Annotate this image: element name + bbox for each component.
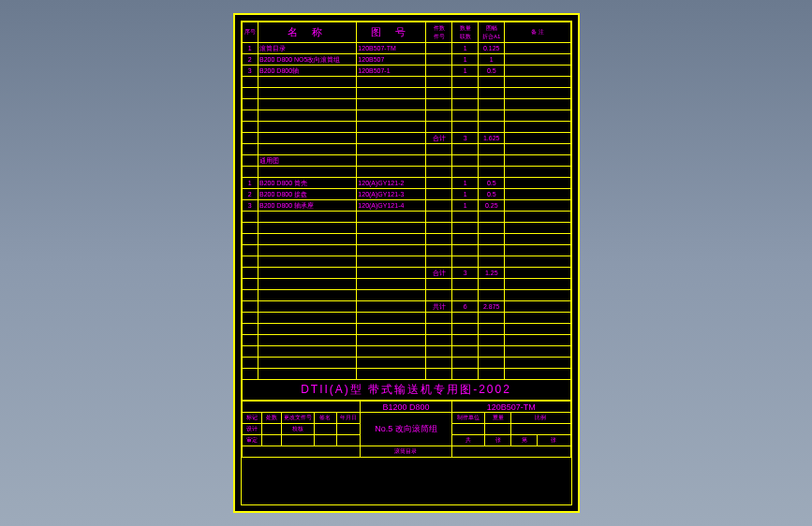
table-row xyxy=(242,77,570,88)
hdr-name: 名 称 xyxy=(258,22,357,43)
table-row xyxy=(242,245,570,256)
table-row xyxy=(242,88,570,99)
table-row: 3B200 D800轴120B507-110.5 xyxy=(242,66,570,77)
model-cell: B1200 D800 xyxy=(360,402,451,413)
table-row xyxy=(242,324,570,335)
title-row: DTII(A)型 带式输送机专用图-2002 xyxy=(242,380,570,401)
parts-table: 序号 名 称 图 号 件数件号 数量联数 图幅折合A1 备 注 1滚筒目录120… xyxy=(242,22,571,401)
table-row: 1B200 D800 筒壳120(A)GY121-210.5 xyxy=(242,178,570,189)
subhead-row: 通用图 xyxy=(242,155,570,167)
total-row: 共计62.875 xyxy=(242,301,570,313)
table-row xyxy=(242,223,570,234)
hdr-drawing: 图 号 xyxy=(357,22,426,43)
part-name: No.5 改向滚筒组 xyxy=(360,413,451,446)
hdr-seq: 序号 xyxy=(242,22,258,43)
table-row xyxy=(242,346,570,358)
table-row: 2B200 D800 接盘120(A)GY121-310.5 xyxy=(242,189,570,200)
hdr-c5: 数量联数 xyxy=(452,22,479,43)
hdr-c6: 图幅折合A1 xyxy=(479,22,505,43)
subtotal-row: 合计31.25 xyxy=(242,268,570,279)
table-row xyxy=(242,99,570,110)
table-row xyxy=(242,212,570,223)
hdr-c4: 件数件号 xyxy=(426,22,452,43)
table-row: 2B200 D800 NO5改向滚筒组120B50711 xyxy=(242,54,570,66)
title-block: B1200 D800 120B507-TM 标记 处数 更改文件号 签名 年月日… xyxy=(242,401,571,458)
table-row xyxy=(242,110,570,122)
hdr-c7: 备 注 xyxy=(505,22,570,43)
subtotal-row: 合计31.625 xyxy=(242,133,570,144)
table-row: 1滚筒目录120B507-TM10.125 xyxy=(242,43,570,54)
table-row xyxy=(242,256,570,268)
table-row: 3B200 D800 轴承座120(A)GY121-410.25 xyxy=(242,200,570,212)
table-row xyxy=(242,167,570,178)
table-row xyxy=(242,358,570,369)
table-row xyxy=(242,313,570,324)
table-row xyxy=(242,144,570,155)
table-row xyxy=(242,369,570,380)
drawing-frame: 序号 名 称 图 号 件数件号 数量联数 图幅折合A1 备 注 1滚筒目录120… xyxy=(241,21,572,505)
code-cell: 120B507-TM xyxy=(452,402,570,413)
table-row xyxy=(242,335,570,346)
table-row xyxy=(242,122,570,133)
drawing-sheet: 序号 名 称 图 号 件数件号 数量联数 图幅折合A1 备 注 1滚筒目录120… xyxy=(233,13,580,513)
footer-label: 滚筒目录 xyxy=(360,446,451,458)
table-row xyxy=(242,234,570,245)
table-row xyxy=(242,279,570,290)
table-row xyxy=(242,290,570,301)
